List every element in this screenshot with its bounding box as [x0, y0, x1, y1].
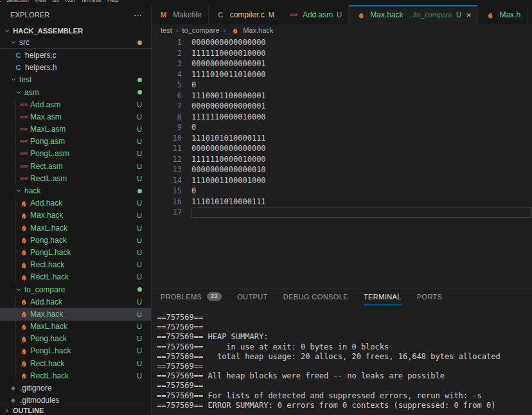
tree-file-Pong.hack[interactable]: Pong.hackU [0, 333, 151, 345]
tree-file-PongL.asm[interactable]: ASMPongL.asmU [0, 148, 151, 160]
tab-add.asm[interactable]: ASMAdd.asmU [281, 5, 349, 24]
menu-edit[interactable]: Edit [0, 0, 1, 3]
outline-title: OUTLINE [13, 407, 44, 414]
tree-file-PongL.hack[interactable]: PongL.hackU [0, 345, 151, 357]
code-line-9[interactable]: 90 [152, 122, 532, 133]
more-actions-icon[interactable]: ⋯ [134, 10, 142, 20]
code-line-1[interactable]: 10000000000000000 [152, 37, 532, 48]
code-line-14[interactable]: 141110001100001000 [152, 175, 532, 186]
tab-max.hack[interactable]: Max.hack.../to_compareU× [349, 5, 478, 24]
panel-tab-debug-console[interactable]: DEBUG CONSOLE [283, 288, 348, 305]
breadcrumb-item-to_compare[interactable]: to_compare [182, 26, 219, 34]
tree-file-Rect.asm[interactable]: ASMRect.asmU [0, 160, 151, 172]
panel-tab-output[interactable]: OUTPUT [237, 288, 268, 305]
editor-content[interactable]: 1000000000000000021111110000010000300000… [152, 36, 532, 288]
untracked-badge: U [137, 113, 142, 121]
tree-file-MaxL.asm[interactable]: ASMMaxL.asmU [0, 123, 151, 136]
bottom-panel: PROBLEMS22OUTPUTDEBUG CONSOLETERMINALPOR… [152, 288, 532, 415]
code-line-8[interactable]: 81111110000010000 [152, 112, 532, 123]
tree-file-RectL.asm[interactable]: ASMRectL.asmU [0, 172, 151, 184]
untracked-badge: U [137, 150, 142, 157]
line-number: 11 [152, 143, 182, 154]
line-content: 0 [191, 186, 532, 197]
menu-help[interactable]: Help [107, 0, 118, 3]
tree-file-RectL.hack[interactable]: RectL.hackU [0, 369, 151, 382]
panel-tab-terminal[interactable]: TERMINAL [364, 288, 402, 305]
code-line-5[interactable]: 50 [152, 80, 532, 91]
tree-file-PongL.hack[interactable]: PongL.hackU [0, 246, 151, 258]
menu-run[interactable]: Run [65, 0, 75, 3]
tree-file-Max.hack[interactable]: Max.hackU [0, 209, 151, 222]
menu-view[interactable]: View [35, 0, 46, 3]
tab-max.h[interactable]: Max.h [478, 5, 528, 24]
tree-file-Add.hack[interactable]: Add.hackU [0, 197, 151, 209]
code-line-10[interactable]: 101110101010000111 [152, 133, 532, 144]
menu-go[interactable]: Go [52, 0, 59, 3]
tree-folder-test[interactable]: test [0, 74, 151, 86]
tree-folder-to_compare[interactable]: to_compare [0, 283, 151, 296]
breadcrumb-file-label: Max.hack [243, 26, 273, 34]
line-number: 8 [152, 112, 182, 123]
tree-file-helpers.h[interactable]: Chelpers.h [0, 62, 151, 74]
line-content: 0000000000000001 [191, 101, 532, 112]
tab-makefile[interactable]: MMakefile [152, 5, 209, 24]
terminal-line-7: ==757569== All heap blocks were freed --… [157, 371, 532, 381]
untracked-badge: U [137, 163, 142, 170]
code-line-13[interactable]: 130000000000000010 [152, 164, 532, 175]
code-line-3[interactable]: 30000000000000001 [152, 58, 532, 69]
outline-section[interactable]: OUTLINE [0, 405, 151, 415]
tree-item-label: src [19, 38, 137, 47]
tree-folder-hack[interactable]: hack [0, 184, 151, 197]
tree-file-Rect.hack[interactable]: Rect.hackU [0, 357, 151, 369]
tab-compiler.c[interactable]: Ccompiler.cM [209, 5, 281, 24]
tree-file-RectL.hack[interactable]: RectL.hackU [0, 271, 151, 283]
breadcrumb-file[interactable]: Max.hack [229, 26, 273, 35]
git-file-icon [8, 385, 19, 392]
tree-file-Add.hack[interactable]: Add.hackU [0, 296, 151, 308]
asm-file-icon: ASM [18, 127, 29, 131]
tree-item-label: asm [24, 88, 137, 97]
tree-file-MaxL.hack[interactable]: MaxL.hackU [0, 321, 151, 333]
code-line-16[interactable]: 161110101010000111 [152, 197, 532, 208]
line-number: 17 [152, 207, 182, 218]
line-number: 10 [152, 133, 182, 144]
breadcrumb-item-test[interactable]: test [161, 26, 172, 34]
tree-folder-asm[interactable]: asm [0, 86, 151, 98]
tree-file-.gitignore[interactable]: .gitignore [0, 382, 151, 394]
panel-tab-label: PROBLEMS [161, 293, 202, 301]
asm-file-icon: ASM [18, 103, 29, 107]
code-line-15[interactable]: 150 [152, 186, 532, 197]
code-line-6[interactable]: 61110001100000001 [152, 91, 532, 102]
code-line-12[interactable]: 121111110000010000 [152, 154, 532, 165]
chevron-down-icon [14, 89, 23, 96]
menu-selection[interactable]: Selection [6, 0, 29, 3]
tree-file-Max.hack[interactable]: Max.hackU [0, 308, 151, 320]
hack-file-icon [18, 224, 29, 232]
code-line-7[interactable]: 70000000000000001 [152, 101, 532, 112]
untracked-dot [137, 78, 142, 82]
tab-dirty-badge: M [269, 11, 274, 19]
tree-folder-HACK_ASSEMBLER[interactable]: HACK_ASSEMBLER [0, 24, 151, 37]
code-line-2[interactable]: 21111110000010000 [152, 48, 532, 59]
tree-file-Rect.hack[interactable]: Rect.hackU [0, 259, 151, 271]
breadcrumb-separator: › [176, 26, 179, 34]
panel-tab-problems[interactable]: PROBLEMS22 [161, 288, 222, 305]
tree-file-Max.asm[interactable]: ASMMax.asmU [0, 110, 151, 123]
tree-item-label: helpers.h [25, 63, 142, 72]
code-line-17[interactable]: 17 [152, 207, 532, 218]
code-line-11[interactable]: 110000000000000000 [152, 143, 532, 154]
tree-item-label: Add.hack [30, 199, 137, 208]
tree-folder-src[interactable]: src [0, 37, 151, 49]
close-icon[interactable]: × [466, 10, 472, 20]
tree-file-Pong.hack[interactable]: Pong.hackU [0, 234, 151, 246]
menu-terminal[interactable]: Terminal [81, 0, 102, 3]
tree-file-Pong.asm[interactable]: ASMPong.asmU [0, 136, 151, 148]
tab-label: Max.hack [370, 10, 403, 19]
panel-tab-ports[interactable]: PORTS [417, 288, 443, 305]
tree-file-MaxL.hack[interactable]: MaxL.hackU [0, 222, 151, 234]
terminal-output[interactable]: ==757569====757569====757569== HEAP SUMM… [152, 305, 532, 411]
code-line-4[interactable]: 41111010011010000 [152, 69, 532, 80]
tree-file-Add.asm[interactable]: ASMAdd.asmU [0, 98, 151, 110]
tree-file-.gitmodules[interactable]: .gitmodules [0, 394, 151, 405]
tree-file-helpers.c[interactable]: Chelpers.c [0, 49, 151, 61]
